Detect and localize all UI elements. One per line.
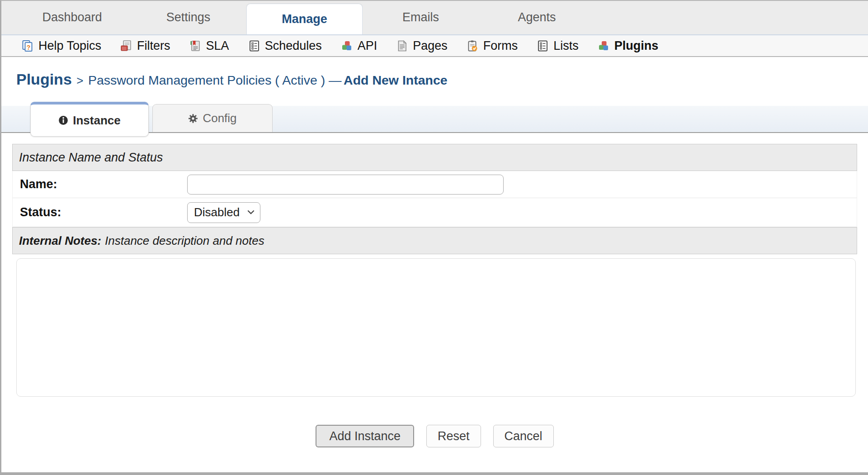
notes-hint: Instance description and notes <box>105 234 264 248</box>
chevron-down-icon <box>247 210 255 215</box>
sub-nav-item-sla[interactable]: SLA <box>189 39 229 53</box>
nav-tab-settings[interactable]: Settings <box>130 0 246 34</box>
info-icon <box>58 115 68 125</box>
breadcrumb: Plugins > Password Management Policies (… <box>1 57 868 106</box>
plugins-icon <box>598 40 610 52</box>
notes-label: Internal Notes: <box>19 234 101 248</box>
sub-nav-label: Pages <box>413 39 448 53</box>
tab-instance-label: Instance <box>73 114 121 128</box>
notes-textarea[interactable] <box>16 258 856 397</box>
section-header-internal-notes: Internal Notes: Instance description and… <box>12 227 857 254</box>
reset-button[interactable]: Reset <box>426 425 481 447</box>
breadcrumb-plugin-name: Password Management Policies ( Active ) … <box>88 73 342 87</box>
lists-icon <box>537 40 549 52</box>
page-title: Add New Intance <box>344 73 448 87</box>
gear-icon <box>188 114 198 124</box>
sub-nav-label: SLA <box>206 39 229 53</box>
sub-nav-item-filters[interactable]: Filters <box>120 39 170 53</box>
name-row: Name: <box>12 171 857 198</box>
sub-nav-label: API <box>358 39 377 53</box>
breadcrumb-root-link[interactable]: Plugins <box>16 71 72 88</box>
name-label: Name: <box>13 177 187 191</box>
status-label: Status: <box>13 205 187 219</box>
window-bottom-edge <box>1 472 868 475</box>
nav-tab-manage[interactable]: Manage <box>246 4 363 34</box>
status-select-value: Disabled <box>194 205 240 219</box>
sub-nav-item-schedules[interactable]: Schedules <box>248 39 322 53</box>
name-input[interactable] <box>187 175 504 195</box>
section-header-name-status: Instance Name and Status <box>12 144 857 171</box>
nav-tab-agents[interactable]: Agents <box>479 0 595 34</box>
tab-instance[interactable]: Instance <box>30 102 149 137</box>
sub-nav-label: Forms <box>483 39 518 53</box>
forms-icon <box>467 40 479 52</box>
add-instance-button[interactable]: Add Instance <box>316 425 414 447</box>
sla-icon <box>189 40 202 52</box>
tab-config[interactable]: Config <box>152 104 273 132</box>
status-row: Status: Disabled <box>12 198 857 227</box>
api-icon <box>341 40 353 52</box>
schedules-icon <box>248 40 260 52</box>
sub-nav-item-api[interactable]: API <box>341 39 377 53</box>
sub-nav-item-lists[interactable]: Lists <box>537 39 579 53</box>
sub-nav-label: Filters <box>137 39 170 53</box>
sub-nav-item-forms[interactable]: Forms <box>467 39 518 53</box>
sub-nav-label: Help Topics <box>38 39 101 53</box>
form-actions: Add Instance Reset Cancel <box>12 425 857 447</box>
section-title: Instance Name and Status <box>19 151 163 165</box>
admin-page: Dashboard Settings Manage Emails Agents … <box>0 0 868 475</box>
sub-nav-label: Lists <box>553 39 579 53</box>
status-select[interactable]: Disabled <box>187 202 260 223</box>
tab-strip: Instance Confi <box>1 106 868 133</box>
svg-text:?: ? <box>27 43 31 51</box>
instance-form: Instance Name and Status Name: Status: D… <box>12 144 857 447</box>
sub-nav-item-plugins[interactable]: Plugins <box>598 39 659 53</box>
breadcrumb-separator: > <box>74 74 86 87</box>
sub-nav-label: Schedules <box>265 39 322 53</box>
sub-nav-label: Plugins <box>614 39 659 53</box>
tab-config-label: Config <box>203 111 236 125</box>
sub-nav: ? Help Topics Filters <box>1 35 868 57</box>
nav-tab-dashboard[interactable]: Dashboard <box>14 0 130 34</box>
pages-icon <box>396 40 408 52</box>
filters-icon <box>120 40 132 52</box>
sub-nav-item-help-topics[interactable]: ? Help Topics <box>22 39 101 53</box>
top-nav: Dashboard Settings Manage Emails Agents <box>1 1 868 35</box>
nav-tab-emails[interactable]: Emails <box>363 0 479 34</box>
cancel-button[interactable]: Cancel <box>493 425 554 447</box>
help-topics-icon: ? <box>22 40 34 52</box>
sub-nav-item-pages[interactable]: Pages <box>396 39 448 53</box>
